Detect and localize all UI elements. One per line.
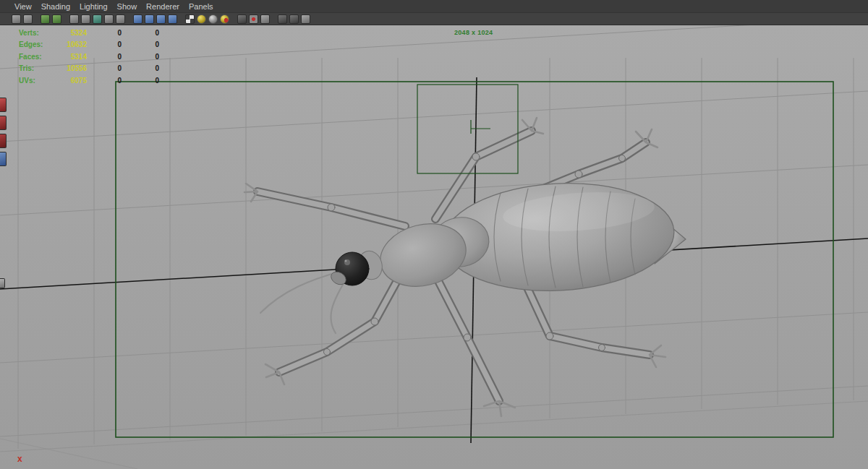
hud-label: Faces:	[19, 51, 61, 63]
hud-label: Verts:	[19, 27, 61, 39]
hud-row-uvs: UVs: 6075 0 0	[19, 75, 159, 87]
toolbox-icon-partial-2[interactable]	[0, 116, 7, 130]
insect-eye-specular	[345, 260, 347, 262]
hud-label: UVs:	[19, 75, 61, 87]
error-marker: x	[17, 454, 22, 464]
hud-col2: 0	[87, 39, 122, 51]
hud-col3: 0	[122, 75, 159, 87]
wireframe-sphere-icon[interactable]	[208, 14, 218, 24]
camera-attributes-icon[interactable]	[23, 14, 33, 24]
share-nodes-icon[interactable]	[301, 14, 310, 24]
toolbox-icon-partial-5[interactable]	[0, 278, 5, 288]
grid-icon[interactable]	[93, 14, 102, 24]
poly-count-hud: Verts: 5324 0 0 Edges: 10632 0 0 Faces: …	[19, 27, 159, 87]
menu-item-panels[interactable]: Panels	[189, 2, 213, 11]
pan-zoom-icon[interactable]	[69, 14, 79, 24]
safe-action-icon[interactable]	[156, 14, 166, 24]
hud-col3: 0	[122, 63, 159, 74]
resolution-label: 2048 x 1024	[454, 29, 493, 36]
panel-menubar: View Shading Lighting Show Renderer Pane…	[0, 0, 868, 13]
bookmark-icon[interactable]	[41, 14, 50, 24]
viewport-3d[interactable]: Verts: 5324 0 0 Edges: 10632 0 0 Faces: …	[0, 25, 868, 469]
gamma-icon[interactable]	[289, 14, 299, 24]
menu-item-renderer[interactable]: Renderer	[146, 2, 179, 11]
hud-col2: 0	[87, 63, 122, 74]
select-camera-icon[interactable]	[12, 14, 21, 24]
textured-sphere-icon[interactable]	[220, 14, 229, 24]
film-gate-icon[interactable]	[104, 14, 114, 24]
shadows-icon[interactable]	[237, 14, 247, 24]
screen-space-ao-icon[interactable]	[249, 14, 258, 24]
toolbox-icon-partial-3[interactable]	[0, 134, 7, 148]
insect-3d-model[interactable]	[244, 118, 686, 416]
maya-viewport-panel: View Shading Lighting Show Renderer Pane…	[0, 0, 868, 469]
panel-toolbar	[0, 13, 868, 25]
hud-total: 10556	[61, 63, 87, 74]
hud-col2: 0	[87, 51, 122, 63]
hud-total: 5314	[61, 51, 87, 63]
resolution-gate-icon[interactable]	[116, 14, 125, 24]
hud-row-tris: Tris: 10556 0 0	[19, 63, 159, 74]
hud-label: Tris:	[19, 63, 61, 74]
hud-col3: 0	[122, 39, 159, 51]
hud-row-edges: Edges: 10632 0 0	[19, 39, 159, 51]
menu-item-shading[interactable]: Shading	[41, 2, 70, 11]
hud-total: 5324	[61, 27, 87, 39]
menu-item-show[interactable]: Show	[117, 2, 137, 11]
toolbox-icon-partial-4[interactable]	[0, 152, 7, 166]
menu-item-lighting[interactable]: Lighting	[80, 2, 108, 11]
hud-total: 10632	[61, 39, 87, 51]
gate-center-tick	[471, 120, 490, 134]
hud-col2: 0	[87, 75, 122, 87]
grease-pencil-icon[interactable]	[81, 14, 90, 24]
checkerboard-icon[interactable]	[185, 14, 195, 24]
hud-row-faces: Faces: 5314 0 0	[19, 51, 159, 63]
camera-gate-small	[417, 85, 518, 173]
hud-row-verts: Verts: 5324 0 0	[19, 27, 159, 39]
hud-col3: 0	[122, 51, 159, 63]
viewport-canvas[interactable]	[0, 25, 868, 469]
motion-blur-icon[interactable]	[260, 14, 270, 24]
field-chart-icon[interactable]	[145, 14, 154, 24]
safe-title-icon[interactable]	[168, 14, 177, 24]
hud-label: Edges:	[19, 39, 61, 51]
image-plane-icon[interactable]	[52, 14, 61, 24]
hud-col2: 0	[87, 27, 122, 39]
menu-item-view[interactable]: View	[14, 2, 32, 11]
toolbox-icon-partial-1[interactable]	[0, 98, 7, 112]
hud-total: 6075	[61, 75, 87, 87]
exposure-icon[interactable]	[278, 14, 287, 24]
shaded-sphere-icon[interactable]	[197, 14, 206, 24]
gate-mask-icon[interactable]	[133, 14, 142, 24]
hud-col3: 0	[122, 27, 159, 39]
